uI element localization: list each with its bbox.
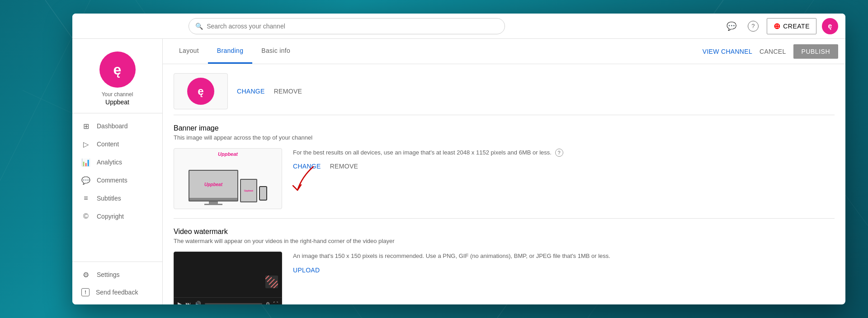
sidebar-item-dashboard[interactable]: ⊞ Dashboard xyxy=(72,117,162,135)
watermark-preview: ▶ ⏭ 🔊 ⚙ ⛶ xyxy=(174,252,282,304)
banner-description: This image will appear across the top of… xyxy=(174,134,835,141)
main-area: ę Your channel Uppbeat ⊞ Dashboard ▷ Con… xyxy=(72,39,845,304)
watermark-controls: ▶ ⏭ 🔊 ⚙ ⛶ xyxy=(174,297,282,304)
sidebar-item-send-feedback[interactable]: ! Send feedback xyxy=(72,284,162,301)
watermark-stripes xyxy=(265,276,278,288)
help-icon: ? xyxy=(748,21,759,32)
sidebar-item-content[interactable]: ▷ Content xyxy=(72,135,162,153)
content-area: Layout Branding Basic info VIEW CHANNEL … xyxy=(163,39,845,304)
volume-icon[interactable]: 🔊 xyxy=(194,301,201,305)
search-input[interactable] xyxy=(207,23,498,30)
copyright-icon: © xyxy=(81,212,90,221)
sidebar-item-analytics[interactable]: 📊 Analytics xyxy=(72,153,162,171)
watermark-body: ▶ ⏭ 🔊 ⚙ ⛶ An image that's 150 x 150 pixe… xyxy=(174,252,835,304)
banner-link-row: CHANGE REMOVE xyxy=(293,163,835,170)
sidebar: ę Your channel Uppbeat ⊞ Dashboard ▷ Con… xyxy=(72,39,163,304)
profile-section: ę CHANGE REMOVE xyxy=(174,64,835,115)
channel-name: Uppbeat xyxy=(105,98,129,106)
feedback-icon: ! xyxy=(81,288,90,296)
profile-change-button[interactable]: CHANGE xyxy=(237,88,265,95)
search-icon: 🔍 xyxy=(195,23,203,30)
tab-branding[interactable]: Branding xyxy=(208,39,252,64)
banner-section: Banner image This image will appear acro… xyxy=(174,115,835,219)
help-icon-btn[interactable]: ? xyxy=(745,18,761,34)
sidebar-item-subtitles[interactable]: ≡ Subtitles xyxy=(72,189,162,207)
sidebar-label-copyright: Copyright xyxy=(97,213,124,220)
channel-label: Your channel xyxy=(102,91,133,98)
sidebar-item-copyright[interactable]: © Copyright xyxy=(72,207,162,225)
settings-icon: ⚙ xyxy=(81,270,90,279)
sidebar-label-comments: Comments xyxy=(97,177,127,184)
tab-basic-info-label: Basic info xyxy=(261,47,290,54)
profile-remove-button[interactable]: REMOVE xyxy=(274,88,302,95)
channel-avatar-initials: ę xyxy=(113,61,122,78)
profile-actions: CHANGE REMOVE xyxy=(237,88,302,95)
watermark-upload-button[interactable]: UPLOAD xyxy=(293,267,320,274)
sidebar-label-content: Content xyxy=(97,140,119,148)
content-icon: ▷ xyxy=(81,140,90,149)
analytics-icon: 📊 xyxy=(81,158,90,167)
tab-bar: Layout Branding Basic info VIEW CHANNEL … xyxy=(163,39,845,64)
browser-window: 🔍 💬 ? ⊕ CREATE ę ę xyxy=(72,14,845,304)
view-channel-button[interactable]: VIEW CHANNEL xyxy=(703,48,752,55)
tabs: Layout Branding Basic info xyxy=(170,39,299,64)
watermark-title: Video watermark xyxy=(174,228,835,236)
avatar-initials: ę xyxy=(828,22,832,30)
sidebar-label-settings: Settings xyxy=(97,271,120,278)
sidebar-label-dashboard: Dashboard xyxy=(97,122,128,130)
plus-icon: ⊕ xyxy=(774,21,781,31)
sidebar-label-feedback: Send feedback xyxy=(96,289,138,296)
watermark-info: An image that's 150 x 150 pixels is reco… xyxy=(293,252,835,274)
watermark-info-text: An image that's 150 x 150 pixels is reco… xyxy=(293,252,835,261)
progress-bar xyxy=(205,303,262,304)
create-label: CREATE xyxy=(783,23,810,30)
top-bar: 🔍 💬 ? ⊕ CREATE ę xyxy=(72,14,845,39)
tab-layout[interactable]: Layout xyxy=(170,39,208,64)
top-bar-right: 💬 ? ⊕ CREATE ę xyxy=(723,18,838,34)
cancel-button[interactable]: CANCEL xyxy=(760,48,786,55)
banner-body: Uppbeat Uppbeat xyxy=(174,148,835,209)
tab-layout-label: Layout xyxy=(179,47,199,54)
info-icon: ? xyxy=(555,149,563,157)
settings-icon-small[interactable]: ⚙ xyxy=(266,301,270,304)
subtitles-icon: ≡ xyxy=(81,194,90,203)
channel-avatar[interactable]: ę xyxy=(99,51,136,88)
tab-branding-label: Branding xyxy=(217,47,243,54)
avatar[interactable]: ę xyxy=(822,18,838,34)
profile-circle-preview: ę xyxy=(187,78,214,105)
banner-brand-overlay: Uppbeat xyxy=(174,151,282,157)
speech-bubble-icon: 💬 xyxy=(726,21,736,31)
play-icon[interactable]: ▶ xyxy=(178,301,182,305)
watermark-video-area xyxy=(174,252,282,297)
sidebar-label-analytics: Analytics xyxy=(97,159,122,166)
banner-info: For the best results on all devices, use… xyxy=(293,148,835,170)
sidebar-item-settings[interactable]: ⚙ Settings xyxy=(72,266,162,284)
fullscreen-icon[interactable]: ⛶ xyxy=(274,301,278,304)
comments-icon-btn[interactable]: 💬 xyxy=(723,18,740,34)
watermark-section: Video watermark The watermark will appea… xyxy=(174,219,835,304)
search-bar[interactable]: 🔍 xyxy=(189,18,505,34)
next-icon[interactable]: ⏭ xyxy=(185,301,191,305)
publish-button[interactable]: PUBLISH xyxy=(793,44,838,59)
sidebar-nav: ⊞ Dashboard ▷ Content 📊 Analytics 💬 Comm… xyxy=(72,113,162,229)
comments-icon: 💬 xyxy=(81,176,90,185)
profile-initials: ę xyxy=(198,85,203,98)
create-button[interactable]: ⊕ CREATE xyxy=(767,18,816,34)
dashboard-icon: ⊞ xyxy=(81,122,90,131)
tab-basic-info[interactable]: Basic info xyxy=(252,39,299,64)
sidebar-label-subtitles: Subtitles xyxy=(97,195,121,202)
banner-info-text: For the best results on all devices, use… xyxy=(293,148,835,157)
tab-actions: VIEW CHANNEL CANCEL PUBLISH xyxy=(703,44,838,59)
channel-info: ę Your channel Uppbeat xyxy=(72,42,162,113)
sidebar-bottom: ⚙ Settings ! Send feedback xyxy=(72,262,162,304)
sidebar-item-comments[interactable]: 💬 Comments xyxy=(72,171,162,189)
banner-remove-button[interactable]: REMOVE xyxy=(330,163,358,170)
banner-preview: Uppbeat Uppbeat xyxy=(174,148,282,209)
banner-change-button[interactable]: CHANGE xyxy=(293,163,321,170)
scrollable-content: ę CHANGE REMOVE Banner image This image … xyxy=(163,64,845,304)
profile-preview: ę xyxy=(174,73,228,109)
watermark-description: The watermark will appear on your videos… xyxy=(174,238,835,244)
device-mockup: Uppbeat Uppbeat xyxy=(174,149,282,209)
banner-title: Banner image xyxy=(174,124,835,132)
